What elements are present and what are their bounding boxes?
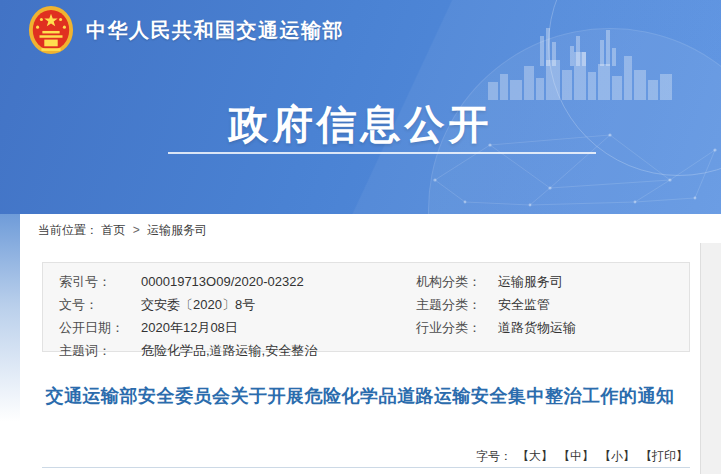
breadcrumb: 当前位置： 首页 > 运输服务司 — [38, 222, 207, 239]
document-title: 交通运输部安全委员会关于开展危险化学品道路运输安全集中整治工作的通知 — [38, 383, 682, 410]
font-large-button[interactable]: 【大】 — [517, 449, 553, 463]
meta-value-keywords: 危险化学品,道路运输,安全整治 — [141, 339, 416, 362]
digital-city-decoration — [540, 8, 620, 66]
meta-value-org: 运输服务司 — [498, 270, 689, 293]
bottom-divider — [42, 467, 690, 468]
meta-label-index: 索引号： — [59, 270, 141, 293]
meta-label-date: 公开日期： — [59, 316, 141, 339]
table-row: 文号： 交安委〔2020〕8号 主题分类： 安全监管 — [59, 293, 689, 316]
ring-decoration — [548, 0, 721, 176]
meta-label-topic: 主题分类： — [416, 293, 498, 316]
breadcrumb-prefix: 当前位置： — [38, 223, 98, 237]
city-skyline-decoration — [488, 42, 673, 100]
font-size-label: 字号： — [476, 449, 512, 463]
meta-value-empty — [498, 339, 689, 362]
national-emblem-icon — [28, 5, 74, 55]
site-name: 中华人民共和国交通运输部 — [86, 17, 344, 44]
breadcrumb-section-link[interactable]: 运输服务司 — [147, 223, 207, 237]
circle-decoration — [428, 28, 721, 214]
meta-value-docno: 交安委〔2020〕8号 — [141, 293, 416, 316]
font-medium-button[interactable]: 【中】 — [558, 449, 594, 463]
left-gradient-strip — [0, 214, 20, 474]
print-button[interactable]: 【打印】 — [640, 449, 688, 463]
breadcrumb-separator: > — [133, 223, 140, 237]
meta-value-industry: 道路货物运输 — [498, 316, 689, 339]
meta-value-topic: 安全监管 — [498, 293, 689, 316]
meta-label-org: 机构分类： — [416, 270, 498, 293]
meta-label-keywords: 主题词： — [59, 339, 141, 362]
table-row: 索引号： 000019713O09/2020-02322 机构分类： 运输服务司 — [59, 270, 689, 293]
document-meta-table: 索引号： 000019713O09/2020-02322 机构分类： 运输服务司… — [42, 262, 690, 352]
title-underline — [168, 152, 596, 154]
font-small-button[interactable]: 【小】 — [599, 449, 635, 463]
page: 中华人民共和国交通运输部 政府信息公开 当前位置： 首页 > 运输服务司 索引号… — [0, 0, 721, 474]
meta-label-docno: 文号： — [59, 293, 141, 316]
meta-label-industry: 行业分类： — [416, 316, 498, 339]
meta-value-date: 2020年12月08日 — [141, 316, 416, 339]
meta-label-empty — [416, 339, 498, 362]
site-logo-link[interactable]: 中华人民共和国交通运输部 — [28, 5, 344, 55]
table-row: 主题词： 危险化学品,道路运输,安全整治 — [59, 339, 689, 362]
content-panel: 当前位置： 首页 > 运输服务司 索引号： 000019713O09/2020-… — [20, 214, 700, 474]
meta-value-index: 000019713O09/2020-02322 — [141, 270, 416, 293]
banner: 中华人民共和国交通运输部 政府信息公开 — [0, 0, 721, 214]
table-row: 公开日期： 2020年12月08日 行业分类： 道路货物运输 — [59, 316, 689, 339]
font-size-toolbar: 字号：【大】【中】【小】【打印】 — [476, 448, 688, 465]
right-scroll-strip[interactable] — [700, 243, 721, 474]
breadcrumb-home-link[interactable]: 首页 — [101, 223, 125, 237]
page-title: 政府信息公开 — [0, 97, 721, 152]
constellation-decoration — [420, 110, 721, 213]
